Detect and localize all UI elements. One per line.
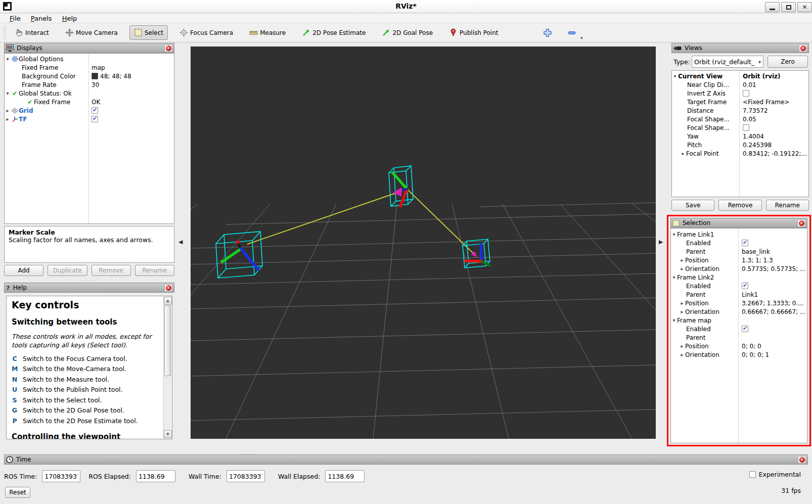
caret-down-icon[interactable]: ▾ [671,317,677,323]
selection-row-orientation[interactable]: ▸ Orientation 0; 0; 0; 1 [671,350,807,359]
tf-enabled-checkbox[interactable] [92,116,98,122]
toolbar-overflow-icon[interactable]: ▾ [580,35,583,40]
close-button[interactable]: ✕ [797,2,812,12]
view-row-near-clip[interactable]: Near Clip Di... 0.01 [672,80,808,89]
view-row-target-frame[interactable]: Target Frame <Fixed Frame> [672,98,808,106]
display-row-background-color[interactable]: Background Color 48; 48; 48 [5,72,174,80]
collapse-right-dock-icon[interactable]: ▶ [659,239,663,245]
caret-right-icon[interactable]: ▸ [5,116,11,122]
display-row-grid[interactable]: ▸ Grid [5,106,174,115]
scroll-up-icon[interactable]: ▲ [164,297,172,305]
display-row-frame-rate[interactable]: Frame Rate 30 [5,80,174,89]
experimental-checkbox[interactable] [749,471,756,478]
selection-row-frame-link2[interactable]: ▾ Frame Link2 [671,273,807,282]
tool-measure[interactable]: Measure [245,25,290,40]
reset-button[interactable]: Reset [5,487,30,498]
duplicate-display-button[interactable]: Duplicate [48,265,87,276]
close-views-button[interactable]: ✕ [799,44,807,52]
wall-time-input[interactable] [227,470,265,482]
selection-row-position[interactable]: ▸ Position 3.2667; 1.3333; 0.... [671,299,807,307]
displays-panel-header[interactable]: Displays ✕ [4,43,174,53]
view-row-yaw[interactable]: Yaw 1.4004 [672,132,808,141]
view-row-focal-point[interactable]: ▸ Focal Point 0.83412; -0.19122;... [672,149,808,158]
grid-enabled-checkbox[interactable] [92,107,98,114]
selection-row-frame-link1[interactable]: ▾ Frame Link1 [671,230,807,239]
collapse-left-dock-icon[interactable]: ◀ [178,239,183,245]
zero-button[interactable]: Zero [768,56,808,68]
menu-help[interactable]: Help [58,14,82,23]
wall-elapsed-input[interactable] [325,470,365,482]
caret-right-icon[interactable]: ▸ [679,257,685,263]
close-selection-button[interactable]: ✕ [797,219,805,227]
selection-row-frame-map[interactable]: ▾ Frame map [671,316,807,325]
tool-publish-point[interactable]: Publish Point [444,25,503,40]
caret-right-icon[interactable]: ▸ [679,309,685,314]
selection-row-position[interactable]: ▸ Position 0; 0; 0 [671,342,807,350]
close-displays-button[interactable]: ✕ [164,44,172,52]
ros-elapsed-input[interactable] [136,470,175,482]
remove-display-button[interactable]: Remove [92,265,131,276]
selection-row-position[interactable]: ▸ Position 1.3; 1; 1.3 [671,256,807,264]
tool-select[interactable]: Select [129,25,168,40]
focal-shape-checkbox[interactable] [743,124,749,131]
help-scrollbar[interactable]: ▲ ▼ [163,297,171,438]
views-panel-header[interactable]: Views ✕ [671,43,809,53]
display-row-tf[interactable]: ▸ TF [5,115,174,123]
menu-file[interactable]: File [5,14,25,23]
selection-row-orientation[interactable]: ▸ Orientation 0.57735; 0.57735; ... [671,264,807,273]
view-row-pitch[interactable]: Pitch 0.245398 [672,141,808,149]
selection-row-enabled[interactable]: Enabled [671,282,807,290]
tool-interact[interactable]: Interact [10,25,54,40]
toolbar-drag-handle[interactable] [3,26,6,39]
rename-view-button[interactable]: Rename [766,200,809,211]
display-row-global-options[interactable]: ▾ Global Options [5,55,174,63]
view-row-focal-shape-size[interactable]: Focal Shape... 0.05 [672,115,808,123]
close-help-button[interactable]: ✕ [164,284,172,292]
display-row-status-fixed-frame[interactable]: ✔ Fixed Frame OK [5,98,174,106]
experimental-toggle[interactable]: Experimental [749,471,801,478]
enabled-checkbox[interactable] [742,240,748,246]
maximize-button[interactable] [781,2,796,12]
tool-move-camera[interactable]: Move Camera [61,25,122,40]
rename-display-button[interactable]: Rename [135,265,174,276]
scroll-down-icon[interactable]: ▼ [164,430,172,438]
enabled-checkbox[interactable] [742,283,748,289]
invert-z-checkbox[interactable] [743,90,749,97]
view-row-current-view[interactable]: ▾ Current View Orbit (rviz) [672,72,808,80]
render-viewport[interactable] [191,47,656,439]
caret-right-icon[interactable]: ▸ [679,352,685,357]
caret-down-icon[interactable]: ▾ [5,90,11,96]
caret-right-icon[interactable]: ▸ [679,343,685,349]
display-row-fixed-frame[interactable]: Fixed Frame map [5,63,174,72]
view-row-invert-z[interactable]: Invert Z Axis [672,89,808,98]
add-tool-button[interactable] [542,27,553,38]
ros-time-input[interactable] [42,470,80,482]
caret-down-icon[interactable]: ▾ [671,232,677,237]
caret-down-icon[interactable]: ▾ [671,274,677,280]
selection-row-parent[interactable]: Parent [671,333,807,342]
caret-down-icon[interactable]: ▾ [672,73,678,79]
enabled-checkbox[interactable] [742,326,748,332]
caret-down-icon[interactable]: ▾ [5,56,11,62]
display-row-global-status[interactable]: ▾ ✔ Global Status: Ok [5,89,174,98]
add-display-button[interactable]: Add [4,265,43,276]
selection-panel-header[interactable]: Selection ✕ [670,218,807,228]
selection-row-parent[interactable]: Parent Link1 [671,290,807,299]
caret-right-icon[interactable]: ▸ [679,300,685,306]
view-type-dropdown[interactable]: Orbit (rviz_default_ ▾ [692,56,763,68]
selection-row-enabled[interactable]: Enabled [671,239,807,247]
tool-2d-goal-pose[interactable]: 2D Goal Pose [377,25,437,40]
help-panel-header[interactable]: ? Help ✕ [4,283,174,293]
splitter-handle[interactable]: ...... [82,277,97,282]
scrollbar-thumb[interactable] [164,305,171,376]
view-row-distance[interactable]: Distance 7.73572 [672,106,808,115]
save-view-button[interactable]: Save [671,200,714,211]
caret-right-icon[interactable]: ▸ [680,151,686,156]
tool-focus-camera[interactable]: Focus Camera [175,25,238,40]
selection-row-orientation[interactable]: ▸ Orientation 0.66667; 0.66667; ... [671,307,807,316]
remove-view-button[interactable]: Remove [718,200,761,211]
selection-row-parent[interactable]: Parent base_link [671,247,807,256]
view-row-focal-shape-fixed[interactable]: Focal Shape... [672,123,808,132]
caret-right-icon[interactable]: ▸ [5,108,11,113]
minimize-button[interactable] [765,2,780,12]
